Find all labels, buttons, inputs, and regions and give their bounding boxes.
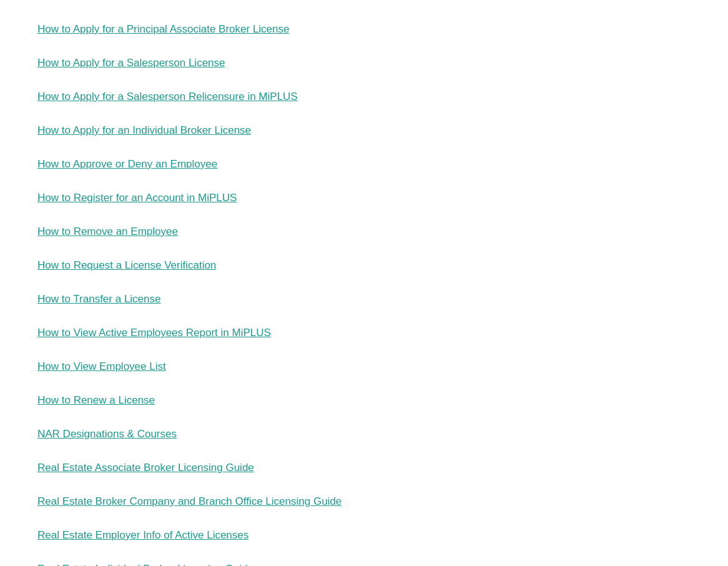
nav-link-link-10[interactable]: How to View Active Employees Report in M…	[37, 327, 271, 339]
nav-link-link-8[interactable]: How to Request a License Verification	[37, 259, 216, 271]
list-item: How to Remove an Employee	[37, 215, 691, 249]
list-item: NAR Designations & Courses	[37, 417, 691, 451]
nav-link-link-13[interactable]: NAR Designations & Courses	[37, 428, 177, 440]
nav-link-link-17[interactable]: Real Estate Individual Broker Licensing …	[37, 563, 253, 566]
list-item: Real Estate Associate Broker Licensing G…	[37, 451, 691, 485]
list-item: Real Estate Individual Broker Licensing …	[37, 552, 691, 566]
nav-link-link-11[interactable]: How to View Employee List	[37, 360, 166, 372]
nav-link-link-6[interactable]: How to Register for an Account in MiPLUS	[37, 192, 237, 204]
list-item: Real Estate Employer Info of Active Lice…	[37, 519, 691, 552]
resource-link-list: How to Apply for a Principal Associate B…	[37, 12, 691, 566]
list-item: How to Renew a License	[37, 384, 691, 417]
list-item: How to Apply for an Individual Broker Li…	[37, 114, 691, 147]
list-item: How to View Active Employees Report in M…	[37, 316, 691, 350]
nav-link-link-12[interactable]: How to Renew a License	[37, 394, 155, 406]
list-item: How to Apply for a Principal Associate B…	[37, 12, 691, 46]
list-item: How to Approve or Deny an Employee	[37, 147, 691, 181]
nav-link-link-15[interactable]: Real Estate Broker Company and Branch Of…	[37, 495, 342, 507]
nav-link-link-7[interactable]: How to Remove an Employee	[37, 226, 178, 237]
nav-link-link-16[interactable]: Real Estate Employer Info of Active Lice…	[37, 529, 248, 541]
list-item: How to Request a License Verification	[37, 249, 691, 282]
list-item: How to Register for an Account in MiPLUS	[37, 181, 691, 215]
nav-link-link-5[interactable]: How to Approve or Deny an Employee	[37, 158, 217, 170]
list-item: How to Apply for a Salesperson License	[37, 46, 691, 80]
nav-link-link-14[interactable]: Real Estate Associate Broker Licensing G…	[37, 462, 254, 474]
nav-link-link-4[interactable]: How to Apply for an Individual Broker Li…	[37, 124, 251, 136]
list-item: How to Apply for a Salesperson Relicensu…	[37, 80, 691, 114]
list-item: How to View Employee List	[37, 350, 691, 384]
list-item: How to Transfer a License	[37, 282, 691, 316]
nav-link-link-2[interactable]: How to Apply for a Salesperson License	[37, 57, 225, 69]
list-item: Real Estate Broker Company and Branch Of…	[37, 485, 691, 519]
nav-link-link-3[interactable]: How to Apply for a Salesperson Relicensu…	[37, 91, 298, 102]
nav-link-link-9[interactable]: How to Transfer a License	[37, 293, 160, 305]
nav-link-link-1[interactable]: How to Apply for a Principal Associate B…	[37, 23, 289, 35]
